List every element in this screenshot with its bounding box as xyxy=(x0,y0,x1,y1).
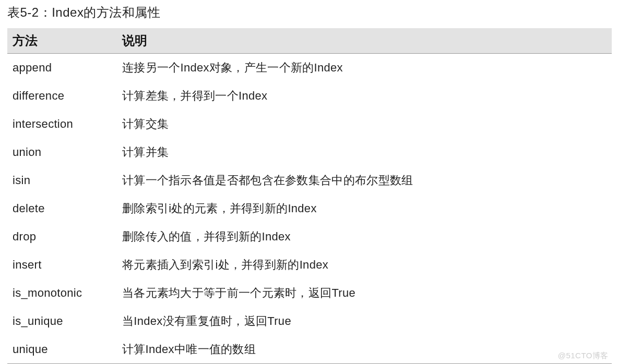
table-row: append 连接另一个Index对象，产生一个新的Index xyxy=(7,54,612,82)
description-cell: 当各元素均大于等于前一个元素时，返回True xyxy=(117,279,612,307)
table-row: intersection 计算交集 xyxy=(7,110,612,138)
table-row: union 计算并集 xyxy=(7,138,612,166)
method-cell: isin xyxy=(7,166,117,195)
table-row: difference 计算差集，并得到一个Index xyxy=(7,82,612,110)
method-cell: difference xyxy=(7,82,117,110)
table-row: delete 删除索引i处的元素，并得到新的Index xyxy=(7,195,612,223)
description-cell: 删除传入的值，并得到新的Index xyxy=(117,223,612,251)
index-methods-table: 方法 说明 append 连接另一个Index对象，产生一个新的Index di… xyxy=(7,28,612,364)
table-row: is_monotonic 当各元素均大于等于前一个元素时，返回True xyxy=(7,279,612,307)
table-header-row: 方法 说明 xyxy=(7,28,612,54)
watermark-text: @51CTO博客 xyxy=(558,351,609,361)
method-cell: drop xyxy=(7,223,117,251)
header-method: 方法 xyxy=(7,28,117,54)
table-row: unique 计算Index中唯一值的数组 xyxy=(7,335,612,364)
description-cell: 将元素插入到索引i处，并得到新的Index xyxy=(117,251,612,279)
method-cell: delete xyxy=(7,195,117,223)
table-caption: 表5-2：Index的方法和属性 xyxy=(7,4,613,21)
description-cell: 计算Index中唯一值的数组 xyxy=(117,335,612,364)
method-cell: insert xyxy=(7,251,117,279)
method-cell: unique xyxy=(7,335,117,364)
table-row: insert 将元素插入到索引i处，并得到新的Index xyxy=(7,251,612,279)
table-row: drop 删除传入的值，并得到新的Index xyxy=(7,223,612,251)
description-cell: 计算交集 xyxy=(117,110,612,138)
method-cell: is_unique xyxy=(7,307,117,335)
method-cell: intersection xyxy=(7,110,117,138)
description-cell: 计算并集 xyxy=(117,138,612,166)
header-description: 说明 xyxy=(117,28,612,54)
method-cell: is_monotonic xyxy=(7,279,117,307)
description-cell: 当Index没有重复值时，返回True xyxy=(117,307,612,335)
description-cell: 计算差集，并得到一个Index xyxy=(117,82,612,110)
table-row: isin 计算一个指示各值是否都包含在参数集合中的布尔型数组 xyxy=(7,166,612,195)
method-cell: union xyxy=(7,138,117,166)
description-cell: 连接另一个Index对象，产生一个新的Index xyxy=(117,54,612,82)
table-row: is_unique 当Index没有重复值时，返回True xyxy=(7,307,612,335)
document-page: 表5-2：Index的方法和属性 方法 说明 append 连接另一个Index… xyxy=(0,0,618,364)
description-cell: 计算一个指示各值是否都包含在参数集合中的布尔型数组 xyxy=(117,166,612,195)
method-cell: append xyxy=(7,54,117,82)
description-cell: 删除索引i处的元素，并得到新的Index xyxy=(117,195,612,223)
